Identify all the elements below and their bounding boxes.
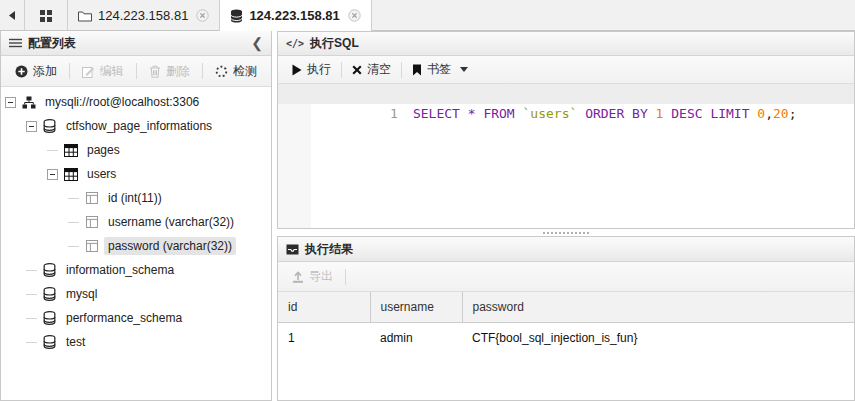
collapse-panel-button[interactable]: ❮ — [251, 36, 263, 50]
check-button[interactable]: 检测 — [203, 59, 269, 84]
list-icon — [9, 38, 22, 48]
tree-connector — [26, 342, 37, 343]
sql-code-text: SELECT * FROM `users` ORDER BY 1 DESC LI… — [413, 106, 797, 121]
tab-label: 124.223.158.81 — [98, 8, 188, 23]
tree-node-label: password (varchar(32)) — [104, 237, 236, 255]
tree-node-label: id (int(11)) — [104, 189, 166, 207]
tree-expander-icon[interactable] — [5, 97, 16, 108]
tree-connector — [68, 198, 79, 199]
database-icon — [42, 311, 57, 325]
table-icon — [63, 168, 78, 181]
tab-scroll-left-button[interactable] — [0, 0, 24, 31]
bookmark-icon — [412, 64, 422, 76]
add-button-label: 添加 — [33, 63, 57, 80]
result-toolbar: 导出 — [278, 262, 854, 292]
toolbar-divider — [341, 62, 342, 78]
add-button[interactable]: 添加 — [3, 59, 69, 84]
close-icon[interactable] — [348, 9, 361, 22]
database-icon — [230, 9, 243, 23]
horizontal-splitter[interactable] — [277, 229, 855, 236]
add-icon — [15, 65, 28, 78]
table-cell: CTF{bool_sql_injection_is_fun} — [462, 323, 854, 354]
column-header[interactable]: password — [462, 292, 854, 323]
tab-bar: 124.223.158.81 124.223.158.81 — [0, 0, 855, 31]
clear-button[interactable]: 清空 — [344, 57, 399, 82]
result-panel-title: 执行结果 — [305, 241, 353, 258]
delete-button-label: 删除 — [166, 63, 190, 80]
splitter-handle-icon — [543, 232, 589, 234]
tree-node[interactable]: performance_schema — [1, 306, 271, 330]
play-icon — [292, 64, 302, 76]
tree-node-label: users — [83, 165, 120, 183]
main-area: 配置列表 ❮ 添加 编辑 — [0, 31, 855, 401]
database-icon — [42, 335, 57, 349]
run-button-label: 执行 — [307, 61, 331, 78]
tree-node[interactable]: mysql — [1, 282, 271, 306]
line-number: 1 — [372, 104, 398, 124]
tree-node-label: test — [62, 333, 89, 351]
config-panel-header: 配置列表 ❮ — [1, 31, 271, 56]
tree-connector — [47, 150, 58, 151]
tree-node[interactable]: password (varchar(32)) — [1, 234, 271, 258]
config-toolbar: 添加 编辑 删除 — [1, 56, 271, 87]
tree-expander-icon[interactable] — [47, 169, 58, 180]
run-button[interactable]: 执行 — [284, 57, 339, 82]
tree-node[interactable]: users — [1, 162, 271, 186]
table-cell: 1 — [278, 323, 370, 354]
toolbar-divider — [401, 62, 402, 78]
tree-node-label: information_schema — [62, 261, 178, 279]
edit-button-label: 编辑 — [100, 63, 124, 80]
config-tree: mysqli://root@localhost:3306ctfshow_page… — [1, 87, 271, 400]
code-icon: </> — [286, 38, 304, 49]
tree-node-label: pages — [83, 141, 124, 159]
sql-panel-header: </> 执行SQL — [278, 32, 854, 56]
delete-button[interactable]: 删除 — [137, 59, 203, 84]
tree-node[interactable]: id (int(11)) — [1, 186, 271, 210]
tree-connector — [26, 318, 37, 319]
table-icon — [63, 144, 78, 157]
column-header[interactable]: id — [278, 292, 370, 323]
tree-node[interactable]: test — [1, 330, 271, 354]
edit-button[interactable]: 编辑 — [70, 59, 136, 84]
tree-expander-icon[interactable] — [26, 121, 37, 132]
tree-connector — [68, 246, 79, 247]
tree-node[interactable]: ctfshow_page_informations — [1, 114, 271, 138]
column-icon — [84, 216, 99, 228]
close-icon[interactable] — [196, 9, 209, 22]
tree-node-label: ctfshow_page_informations — [62, 117, 216, 135]
trash-icon — [149, 65, 161, 78]
grid-icon — [40, 10, 52, 22]
tree-node[interactable]: pages — [1, 138, 271, 162]
column-header[interactable]: username — [370, 292, 462, 323]
column-icon — [84, 240, 99, 252]
tree-node[interactable]: information_schema — [1, 258, 271, 282]
table-cell: admin — [370, 323, 462, 354]
export-button[interactable]: 导出 — [284, 264, 341, 289]
sql-toolbar: 执行 清空 书签 — [278, 56, 854, 84]
tree-node-label: performance_schema — [62, 309, 186, 327]
right-area: </> 执行SQL 执行 清空 — [277, 31, 855, 401]
tab-home[interactable] — [24, 0, 67, 31]
sql-editor[interactable]: 1SELECT * FROM `users` ORDER BY 1 DESC L… — [278, 84, 854, 228]
result-grid-area: idusernamepassword 1adminCTF{bool_sql_in… — [278, 292, 854, 400]
connection-icon — [21, 96, 36, 109]
tree-node-label: mysql — [62, 285, 101, 303]
spinner-icon — [215, 65, 228, 78]
tree-node[interactable]: mysqli://root@localhost:3306 — [1, 90, 271, 114]
table-row[interactable]: 1adminCTF{bool_sql_injection_is_fun} — [278, 323, 854, 354]
chevron-left-icon — [9, 11, 15, 20]
check-button-label: 检测 — [233, 63, 257, 80]
tree-node-label: username (varchar(32)) — [104, 213, 238, 231]
tree-node[interactable]: username (varchar(32)) — [1, 210, 271, 234]
tab-connection-db[interactable]: 124.223.158.81 — [219, 0, 371, 31]
upload-icon — [292, 271, 304, 283]
tree-connector — [26, 270, 37, 271]
tab-connection-file[interactable]: 124.223.158.81 — [67, 0, 219, 31]
sql-panel: </> 执行SQL 执行 清空 — [277, 31, 855, 229]
tree-connector — [68, 222, 79, 223]
inbox-icon — [286, 244, 299, 255]
database-icon — [42, 263, 57, 277]
tree-connector — [26, 294, 37, 295]
bookmark-button[interactable]: 书签 — [404, 57, 476, 82]
toolbar-divider — [345, 269, 346, 285]
